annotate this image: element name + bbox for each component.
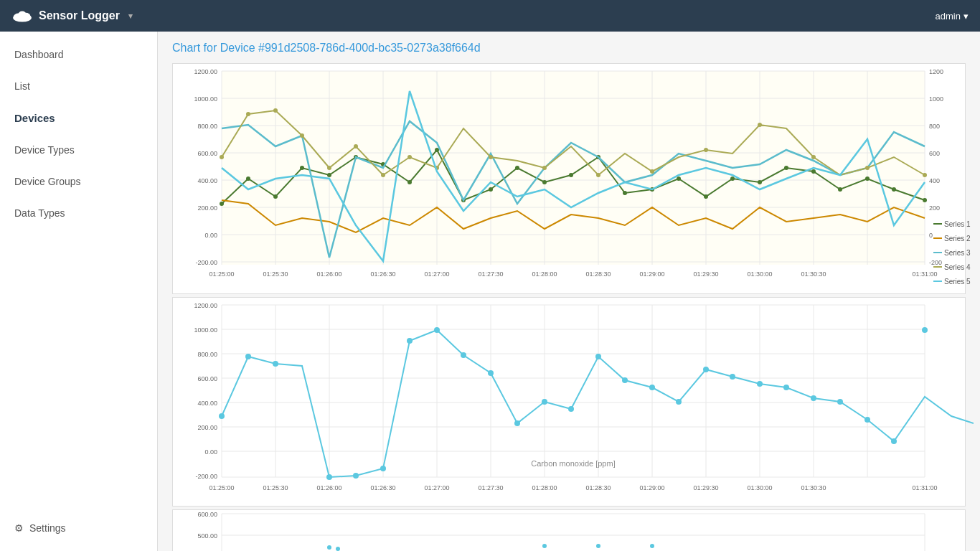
svg-point-92 [489,155,493,159]
sidebar-item-device-types[interactable]: Device Types [0,134,157,166]
svg-text:Series 1: Series 1 [944,220,971,228]
svg-point-157 [245,354,251,359]
svg-point-164 [461,352,466,358]
svg-point-67 [515,166,519,170]
svg-point-66 [489,187,493,192]
sidebar: Dashboard List Devices Device Types Devi… [0,32,158,551]
chart-1-container: 1200.00 1000.00 800.00 600.00 400.00 200… [172,63,966,294]
svg-text:01:27:00: 01:27:00 [424,484,449,491]
svg-text:600: 600 [929,150,940,157]
svg-text:01:25:30: 01:25:30 [263,270,288,278]
navbar: Sensor Logger ▾ admin ▾ [0,0,980,32]
svg-point-193 [336,547,340,551]
svg-text:01:26:00: 01:26:00 [316,270,341,278]
svg-point-167 [542,399,547,405]
svg-text:01:30:30: 01:30:30 [801,484,826,491]
svg-text:01:29:00: 01:29:00 [639,484,664,491]
svg-point-98 [811,155,816,159]
sidebar-item-label: List [14,80,30,92]
svg-point-176 [783,385,789,390]
svg-point-59 [300,166,304,170]
svg-rect-105 [933,252,942,253]
svg-text:0.00: 0.00 [204,232,217,239]
svg-text:01:31:00: 01:31:00 [912,270,937,278]
sidebar-item-dashboard[interactable]: Dashboard [0,39,157,70]
user-menu[interactable]: admin ▾ [936,11,969,22]
svg-text:-200.00: -200.00 [195,473,217,480]
svg-rect-107 [933,266,942,268]
content-area: Chart for Device #991d2508-786d-400d-bc3… [158,32,980,551]
sidebar-item-data-types[interactable]: Data Types [0,197,157,229]
svg-point-192 [327,545,331,550]
svg-point-159 [326,474,332,480]
svg-text:Series 2: Series 2 [944,235,971,242]
svg-text:01:29:30: 01:29:30 [693,270,718,278]
svg-text:1200.00: 1200.00 [194,302,217,309]
svg-text:400.00: 400.00 [197,177,217,184]
svg-text:Series 5: Series 5 [944,278,971,286]
svg-point-168 [568,406,574,412]
settings-nav-item[interactable]: ⚙ Settings [0,512,157,544]
svg-point-74 [704,194,708,199]
svg-point-165 [488,370,494,376]
svg-point-166 [514,420,520,426]
sidebar-item-devices[interactable]: Devices [0,102,157,134]
svg-point-60 [327,173,331,177]
svg-point-99 [865,166,870,170]
svg-text:200: 200 [929,204,940,212]
svg-text:01:28:30: 01:28:30 [585,484,611,491]
svg-text:600.00: 600.00 [197,511,217,518]
svg-point-86 [300,133,304,138]
svg-text:01:30:30: 01:30:30 [801,270,826,278]
sidebar-item-device-groups[interactable]: Device Groups [0,166,157,197]
svg-text:01:29:30: 01:29:30 [693,484,718,491]
svg-point-89 [381,173,385,177]
svg-rect-109 [933,281,942,282]
svg-text:800.00: 800.00 [197,123,217,130]
svg-text:01:28:00: 01:28:00 [532,484,557,491]
svg-text:-200.00: -200.00 [195,259,217,266]
svg-point-73 [677,176,681,181]
svg-point-177 [811,395,816,401]
svg-point-162 [407,338,413,344]
svg-text:400: 400 [929,177,940,184]
svg-text:-200: -200 [929,259,942,266]
svg-text:01:28:30: 01:28:30 [585,270,611,278]
svg-point-84 [246,112,250,116]
svg-point-180 [891,438,897,444]
svg-text:1000.00: 1000.00 [194,326,217,334]
svg-text:01:27:00: 01:27:00 [424,270,449,278]
svg-point-100 [923,173,927,177]
svg-text:1200: 1200 [929,68,943,75]
svg-point-172 [676,399,682,405]
svg-rect-182 [222,514,925,551]
svg-point-64 [435,148,439,152]
svg-point-170 [622,377,628,383]
svg-point-71 [623,191,627,195]
svg-text:600.00: 600.00 [197,375,217,382]
svg-point-83 [220,155,224,159]
svg-point-80 [865,176,870,181]
svg-point-161 [380,466,386,471]
svg-point-68 [542,180,547,184]
svg-point-81 [892,187,896,192]
svg-text:200.00: 200.00 [197,204,217,212]
svg-point-194 [542,544,547,548]
sidebar-item-list[interactable]: List [0,70,157,102]
svg-text:01:28:00: 01:28:00 [532,270,557,278]
svg-text:Series 3: Series 3 [944,249,971,257]
sidebar-nav: Dashboard List Devices Device Types Devi… [0,32,157,229]
svg-point-75 [730,176,735,181]
svg-point-85 [273,108,278,113]
sidebar-item-label: Devices [14,112,55,124]
svg-text:1200.00: 1200.00 [194,68,217,75]
settings-gear-icon: ⚙ [14,522,24,534]
svg-text:01:25:00: 01:25:00 [209,484,234,491]
brand-dropdown[interactable]: ▾ [128,11,133,21]
svg-text:1000.00: 1000.00 [194,95,217,103]
brand-name: Sensor Logger [39,9,120,22]
sidebar-item-label: Device Groups [14,176,81,187]
svg-text:01:31:00: 01:31:00 [912,484,937,491]
svg-text:Series 4: Series 4 [944,263,971,271]
svg-text:01:29:00: 01:29:00 [639,270,664,278]
